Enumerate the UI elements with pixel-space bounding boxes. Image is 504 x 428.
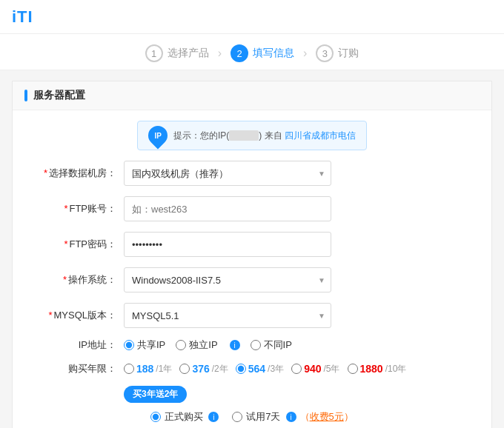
ftp-password-input[interactable] [124, 232, 331, 257]
ip-location: 四川省成都市电信 [285, 130, 356, 141]
year-1-radio[interactable] [124, 364, 134, 374]
os-select[interactable]: Windows2008-IIS7.5 Linux Windows2003 [124, 267, 331, 292]
years-row: 购买年限： 188/1年 376/2年 564/3年 940/5年 [42, 362, 462, 375]
section-title: 服务器配置 [33, 89, 85, 102]
ip-hint: IP 提示：您的IP( ) 来自 四川省成都市电信 [137, 121, 367, 150]
promo-badge-wrap: 买3年送2年 [42, 386, 462, 403]
trial-price-text: （收费5元） [300, 410, 354, 424]
ip-dedicated-option[interactable]: 独立IP [176, 338, 217, 352]
ip-info-icon[interactable]: i [230, 340, 240, 350]
ip-dedicated-radio[interactable] [176, 340, 186, 350]
year-3-option[interactable]: 564/3年 [236, 363, 284, 375]
form-area: *选择数据机房： 国内双线机房（推荐） 北京机房 上海机房 ▼ *FTP账号： … [13, 156, 491, 428]
year-2-radio[interactable] [179, 364, 190, 374]
section-header: 服务器配置 [13, 81, 491, 110]
os-label: *操作系统： [42, 273, 124, 287]
step-arrow-1: › [218, 47, 222, 60]
step-3-circle: 3 [316, 44, 334, 62]
datacenter-select-wrap[interactable]: 国内双线机房（推荐） 北京机房 上海机房 ▼ [124, 161, 331, 186]
datacenter-label: *选择数据机房： [42, 167, 124, 180]
stepper: 1 选择产品 › 2 填写信息 › 3 订购 [0, 34, 504, 70]
ip-radio-group: 共享IP 独立IP i 不同IP [124, 338, 292, 352]
purchase-buy-option[interactable]: 正式购买 i [150, 410, 219, 424]
purchase-buy-radio[interactable] [150, 412, 161, 422]
promo-badge: 买3年送2年 [124, 386, 187, 403]
ip-hint-wrap: IP 提示：您的IP( ) 来自 四川省成都市电信 [13, 110, 491, 156]
top-bar: iTI [0, 0, 504, 34]
step-1-circle: 1 [145, 44, 163, 62]
ip-shared-option[interactable]: 共享IP [124, 338, 165, 352]
ftp-password-row: *FTP密码： [42, 232, 462, 257]
years-label: 购买年限： [42, 362, 124, 375]
year-10-option[interactable]: 1880/10年 [348, 363, 407, 375]
mysql-row: *MYSQL版本： MYSQL5.1 MYSQL5.5 MYSQL5.7 ▼ [42, 303, 462, 328]
main-card: 服务器配置 IP 提示：您的IP( ) 来自 四川省成都市电信 *选择数据机房：… [12, 81, 492, 428]
year-10-radio[interactable] [348, 364, 358, 374]
years-radio-group: 188/1年 376/2年 564/3年 940/5年 1880/10年 [124, 363, 406, 375]
step-2: 2 填写信息 [231, 44, 294, 62]
purchase-buy-info-icon[interactable]: i [208, 412, 219, 422]
ftp-label: *FTP账号： [42, 202, 124, 215]
datacenter-row: *选择数据机房： 国内双线机房（推荐） 北京机房 上海机房 ▼ [42, 161, 462, 186]
year-5-option[interactable]: 940/5年 [291, 363, 339, 375]
purchase-trial-radio[interactable] [232, 412, 242, 422]
ip-shared-radio[interactable] [124, 340, 134, 350]
ip-different-radio[interactable] [251, 340, 261, 350]
step-2-circle: 2 [231, 44, 248, 62]
mysql-select-wrap[interactable]: MYSQL5.1 MYSQL5.5 MYSQL5.7 ▼ [124, 303, 331, 328]
ftp-account-row: *FTP账号： [42, 196, 462, 221]
year-2-option[interactable]: 376/2年 [179, 363, 228, 375]
ip-address-label: IP地址： [42, 338, 124, 352]
step-1-label: 选择产品 [168, 47, 209, 60]
mysql-select[interactable]: MYSQL5.1 MYSQL5.5 MYSQL5.7 [124, 303, 331, 328]
year-5-radio[interactable] [291, 364, 302, 374]
ftp-password-label: *FTP密码： [42, 238, 124, 251]
purchase-trial-option[interactable]: 试用7天 i （收费5元） [232, 410, 353, 424]
purchase-type-row: 正式购买 i 试用7天 i （收费5元） [42, 410, 462, 424]
ip-different-option[interactable]: 不同IP [251, 338, 292, 352]
ftp-input[interactable] [124, 196, 331, 221]
logo: iTI [12, 7, 33, 27]
mysql-label: *MYSQL版本： [42, 309, 124, 322]
year-3-radio[interactable] [236, 364, 246, 374]
step-3-label: 订购 [338, 47, 359, 60]
datacenter-select[interactable]: 国内双线机房（推荐） 北京机房 上海机房 [124, 161, 331, 186]
section-header-icon [24, 90, 27, 101]
year-1-option[interactable]: 188/1年 [124, 363, 172, 375]
step-arrow-2: › [303, 47, 307, 60]
ip-location-icon: IP [145, 122, 172, 150]
ip-address-row: IP地址： 共享IP 独立IP i 不同IP [42, 338, 462, 352]
os-row: *操作系统： Windows2008-IIS7.5 Linux Windows2… [42, 267, 462, 292]
purchase-trial-info-icon[interactable]: i [286, 412, 296, 422]
step-3: 3 订购 [316, 44, 359, 62]
os-select-wrap[interactable]: Windows2008-IIS7.5 Linux Windows2003 ▼ [124, 267, 331, 292]
ip-masked [229, 130, 259, 141]
step-1: 1 选择产品 [145, 44, 209, 62]
ip-hint-text: 提示：您的IP( ) 来自 四川省成都市电信 [173, 130, 356, 142]
step-2-label: 填写信息 [253, 47, 294, 60]
